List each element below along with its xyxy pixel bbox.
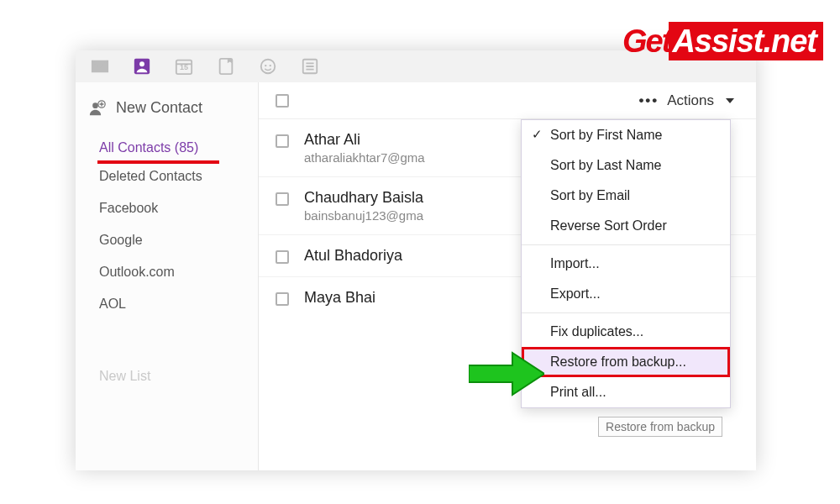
new-list-button[interactable]: New List bbox=[76, 354, 258, 399]
calendar-icon[interactable]: 15 bbox=[175, 57, 193, 76]
menu-import[interactable]: Import... bbox=[522, 249, 730, 279]
highlight-underline bbox=[97, 160, 219, 164]
sidebar-item-aol[interactable]: AOL bbox=[76, 288, 258, 320]
row-checkbox[interactable] bbox=[276, 292, 289, 306]
notes-icon[interactable] bbox=[217, 57, 235, 76]
contact-name: Maya Bhai bbox=[304, 289, 375, 307]
contact-name: Atul Bhadoriya bbox=[304, 247, 402, 265]
mail-icon[interactable] bbox=[91, 57, 109, 76]
menu-fix-duplicates[interactable]: Fix duplicates... bbox=[522, 317, 730, 347]
contact-email: atharaliakhtar7@gma bbox=[304, 150, 425, 165]
svg-point-6 bbox=[270, 65, 271, 66]
calendar-day: 15 bbox=[175, 63, 193, 71]
menu-sort-email[interactable]: Sort by Email bbox=[522, 181, 730, 211]
svg-point-8 bbox=[92, 102, 98, 108]
menu-print-all[interactable]: Print all... bbox=[522, 377, 730, 407]
row-checkbox[interactable] bbox=[276, 250, 289, 264]
contact-email: bainsbanuj123@gma bbox=[304, 208, 423, 223]
tooltip: Restore from backup bbox=[598, 417, 722, 437]
messenger-icon[interactable] bbox=[259, 57, 277, 76]
sidebar: New Contact All Contacts (85) Deleted Co… bbox=[76, 82, 259, 470]
menu-reverse-sort[interactable]: Reverse Sort Order bbox=[522, 211, 730, 241]
select-all-checkbox[interactable] bbox=[276, 94, 289, 108]
menu-separator bbox=[522, 244, 730, 245]
watermark-left: Get bbox=[622, 25, 670, 57]
chevron-down-icon bbox=[722, 92, 734, 109]
new-contact-button[interactable]: New Contact bbox=[76, 87, 258, 129]
row-checkbox[interactable] bbox=[276, 192, 289, 206]
sidebar-item-all-contacts[interactable]: All Contacts (85) bbox=[76, 129, 258, 160]
content-pane: ••• Actions Athar Ali atharaliakhtar7@gm… bbox=[259, 82, 756, 470]
menu-restore-backup[interactable]: Restore from backup... bbox=[522, 347, 730, 377]
contact-name: Athar Ali bbox=[304, 131, 425, 149]
actions-dropdown: Sort by First Name Sort by Last Name Sor… bbox=[521, 119, 731, 408]
list-header: ••• Actions bbox=[259, 82, 756, 119]
sidebar-item-deleted[interactable]: Deleted Contacts bbox=[76, 160, 258, 192]
contact-name: Chaudhary Baisla bbox=[304, 189, 423, 207]
actions-label: Actions bbox=[667, 92, 714, 109]
list-icon[interactable] bbox=[301, 57, 319, 76]
new-contact-label: New Contact bbox=[116, 99, 202, 117]
sidebar-item-facebook[interactable]: Facebook bbox=[76, 192, 258, 224]
svg-point-4 bbox=[261, 60, 276, 74]
menu-separator bbox=[522, 312, 730, 313]
sidebar-item-google[interactable]: Google bbox=[76, 224, 258, 256]
watermark-right: Assist.net bbox=[669, 22, 823, 60]
dots-icon: ••• bbox=[638, 92, 659, 109]
actions-menu-trigger[interactable]: ••• Actions bbox=[633, 89, 739, 113]
svg-point-5 bbox=[265, 65, 266, 66]
menu-sort-last-name[interactable]: Sort by Last Name bbox=[522, 150, 730, 181]
app-window: 15 New Contact All Contacts (85) Deleted… bbox=[76, 50, 756, 470]
callout-arrow-icon bbox=[469, 351, 544, 400]
contacts-icon[interactable] bbox=[133, 57, 151, 76]
watermark-logo: Get Assist.net bbox=[622, 22, 823, 60]
menu-export[interactable]: Export... bbox=[522, 279, 730, 309]
row-checkbox[interactable] bbox=[276, 134, 289, 148]
sidebar-item-outlook[interactable]: Outlook.com bbox=[76, 256, 258, 288]
menu-sort-first-name[interactable]: Sort by First Name bbox=[522, 120, 730, 150]
svg-point-1 bbox=[139, 61, 144, 66]
